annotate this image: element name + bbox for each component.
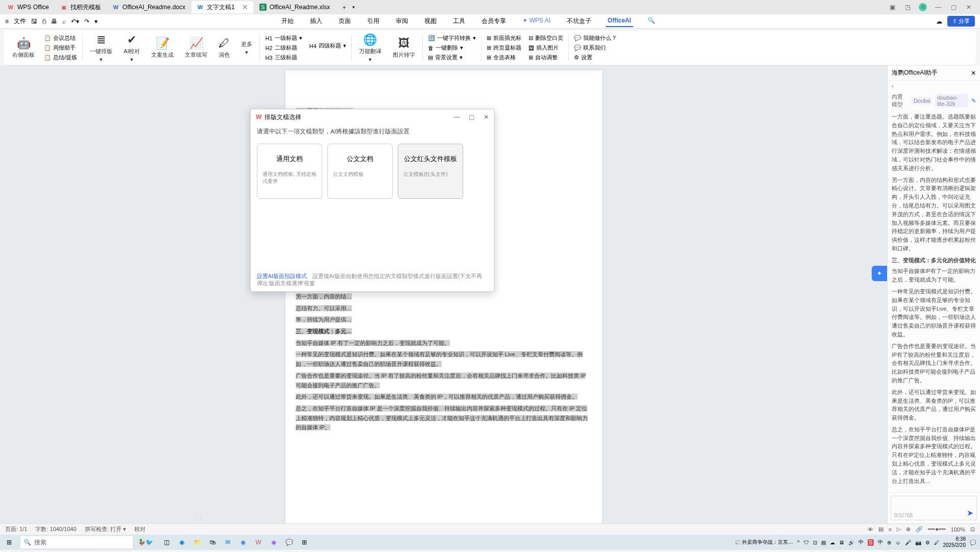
continue-button[interactable]: 📈文章续写	[181, 36, 211, 60]
ocr-button[interactable]: 🖼图片转字	[389, 36, 419, 60]
h2-button[interactable]: H2 二级标题	[263, 43, 304, 52]
close-window-icon[interactable]: ✕	[965, 3, 973, 11]
outline-view-icon[interactable]: ≡	[889, 526, 892, 533]
tray-icon[interactable]: ⊡	[813, 540, 817, 545]
model-chip[interactable]: Douba	[912, 97, 932, 104]
notifications-icon[interactable]: 💬	[970, 540, 976, 545]
one-key-delete[interactable]: 🗑 一键删除 ▾	[426, 43, 478, 52]
wechat-icon[interactable]: 💬	[282, 535, 296, 549]
h4-button[interactable]: H4 四级标题 ▾	[307, 41, 348, 50]
chevron-down-icon[interactable]: ▾	[94, 18, 98, 25]
redo-icon[interactable]: ↷	[84, 18, 89, 25]
zoom-slider[interactable]: ━━●━━	[928, 526, 946, 533]
layout-icon[interactable]: ▣	[888, 3, 896, 11]
maximize-icon[interactable]: ▢	[469, 113, 474, 121]
word-count[interactable]: 字数: 1040/1040	[35, 525, 76, 533]
h3-button[interactable]: H3 三级标题	[263, 53, 304, 62]
menu-vip[interactable]: 会员专享	[480, 15, 508, 27]
spellcheck-status[interactable]: 拼写检查: 打开 ▾	[85, 525, 126, 533]
template-card-official[interactable]: 公文文档 公文文档模板	[327, 144, 393, 199]
file-menu[interactable]: 文件	[14, 17, 26, 26]
task-view-icon[interactable]: ◫	[159, 535, 174, 549]
menu-bukeng[interactable]: 不坑盒子	[565, 15, 593, 27]
tray-icon[interactable]: ☺	[895, 540, 900, 545]
polish-button[interactable]: 🖊润色	[214, 36, 234, 60]
tray-icon[interactable]: ▤	[821, 540, 826, 545]
menu-wpsai[interactable]: ✦ WPS AI	[520, 15, 553, 27]
menu-officeai[interactable]: OfficeAI	[606, 15, 633, 27]
share-button[interactable]: ⇧ 分享	[947, 16, 975, 27]
close-icon[interactable]: ✕	[242, 3, 248, 11]
input-icon[interactable]: S	[868, 539, 874, 546]
h1-button[interactable]: H1 一级标题 ▾	[263, 34, 304, 42]
preset-link[interactable]: 設置AI版面預設樣式	[257, 273, 307, 279]
select-all-tables[interactable]: ⊞ 全选表格	[485, 53, 523, 62]
template-card-general[interactable]: 通用文档 通用文档模板, 无特定格式要求	[257, 144, 322, 199]
cloud-icon[interactable]: ☁	[936, 18, 942, 25]
menu-page[interactable]: 页面	[337, 15, 353, 27]
app-icon[interactable]: ◉	[236, 535, 250, 549]
translate-button[interactable]: 🌐万能翻译 ▾	[355, 32, 386, 64]
minimize-icon[interactable]: —	[453, 113, 460, 121]
taskbar-search[interactable]: 🔍搜索	[20, 536, 133, 548]
settings[interactable]: ⚙ 设置	[572, 53, 619, 62]
ime-icon[interactable]: 中	[858, 539, 864, 546]
meeting-summary[interactable]: 📋 会议总结	[42, 34, 79, 42]
tray-chevron-icon[interactable]: ^	[797, 540, 800, 545]
back-icon[interactable]: ‹	[892, 83, 894, 89]
panel-close-icon[interactable]: ✕	[971, 70, 976, 77]
tray-icon[interactable]: ☁	[830, 540, 835, 545]
explorer-icon[interactable]: 📁	[190, 535, 204, 549]
proof-status[interactable]: 校对	[134, 525, 146, 533]
minimize-icon[interactable]: —	[934, 3, 942, 11]
link-icon[interactable]: 🔗	[916, 526, 923, 533]
model-chip[interactable]: doubao-lite-32k	[935, 94, 968, 107]
insert-image[interactable]: 🖼 插入图片	[527, 43, 565, 52]
tray-icon[interactable]: 🎤	[905, 540, 911, 545]
print-icon[interactable]: 🖶	[51, 18, 57, 25]
menu-view[interactable]: 视图	[422, 15, 439, 27]
view-icon[interactable]: 👁	[868, 526, 873, 533]
tab-templates[interactable]: ▣找稻壳模板	[55, 1, 106, 13]
menu-tools[interactable]: 工具	[451, 15, 467, 27]
tab-doc1[interactable]: W文字文稿1✕	[192, 1, 253, 13]
template-card-redhead[interactable]: 公文红头文件模板 公文模板(红头文件)	[398, 144, 463, 199]
cross-page-header[interactable]: ⊞ 跨页显标题	[485, 43, 523, 52]
hamburger-icon[interactable]: ≡	[5, 18, 9, 25]
tray-icon[interactable]: 🖥	[839, 540, 844, 545]
weekly-report[interactable]: 📋 周报助手	[42, 43, 79, 52]
avatar[interactable]: 郭	[919, 3, 927, 11]
insert-cursor[interactable]: ⊞ 前面插光标	[485, 34, 523, 42]
layout-button[interactable]: ≣一键排版 ▾	[86, 32, 116, 64]
mail-icon[interactable]: ✉	[221, 535, 235, 549]
clock[interactable]: 8:38 2025/2/20	[943, 536, 966, 548]
what-can-do[interactable]: 💬 我能做什么？	[572, 34, 619, 42]
summarize[interactable]: 📋 总结/提炼	[42, 53, 79, 62]
tray-icon[interactable]: 📷	[915, 540, 921, 545]
menu-insert[interactable]: 插入	[308, 15, 324, 27]
char-convert[interactable]: 🔣 一键字符转换 ▾	[426, 34, 478, 42]
zoom-value[interactable]: 100%	[951, 526, 965, 533]
drag-handle-icon[interactable]: ⋮⋮	[193, 515, 203, 520]
read-view-icon[interactable]: ▷	[897, 526, 901, 533]
undo-icon[interactable]: ↶▾	[71, 18, 79, 25]
bg-setting[interactable]: ▤ 背景设置 ▾	[426, 53, 478, 62]
weather-widget[interactable]: 🦆🐦	[135, 539, 156, 546]
web-view-icon[interactable]: ⊕	[906, 526, 911, 533]
right-panel-button[interactable]: 🤖右侧面板	[8, 36, 39, 60]
save-icon[interactable]: 🖫	[31, 18, 37, 25]
new-tab[interactable]: ＋▾	[336, 1, 360, 13]
tab-readme-docx[interactable]: WOfficeAI_Readme.docx	[107, 1, 190, 13]
layout-view-icon[interactable]: ▤	[878, 526, 883, 533]
app-icon[interactable]: ⊞	[297, 535, 312, 549]
more-button[interactable]: 更多 ▾	[237, 39, 256, 57]
search-icon[interactable]: 🔍	[646, 15, 657, 27]
ime-icon[interactable]: 中	[878, 539, 883, 546]
tray-icon[interactable]: ⊕	[887, 540, 891, 545]
contact-us[interactable]: 💬 联系我们	[572, 43, 619, 52]
close-icon[interactable]: ✕	[484, 113, 489, 121]
start-button[interactable]: ⊞	[0, 535, 18, 550]
tray-icon[interactable]: 🛡	[804, 540, 809, 545]
send-icon[interactable]: ➤	[967, 508, 973, 518]
page-count[interactable]: 页面: 1/1	[5, 525, 27, 533]
